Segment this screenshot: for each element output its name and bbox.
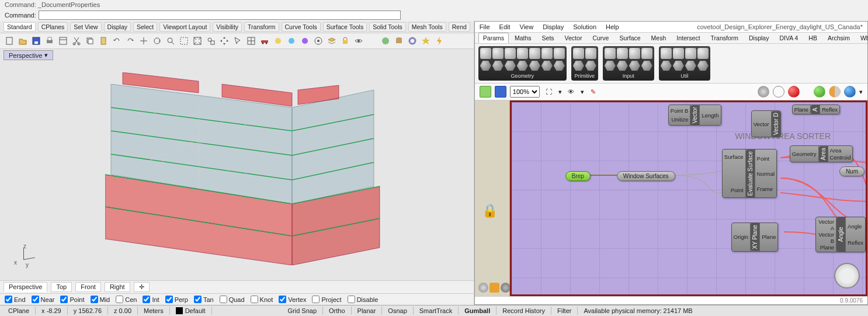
status-toggle-osnap[interactable]: Osnap: [382, 307, 413, 315]
status-toggle-smarttrack[interactable]: SmartTrack: [414, 307, 459, 315]
shelf-component-icon[interactable]: [617, 48, 628, 59]
gh-menu-display[interactable]: Display: [543, 23, 564, 30]
status-y[interactable]: y 1562.76: [68, 307, 108, 315]
node-evaluate-surface[interactable]: SurfacePoint Evaluate Surface PointNorma…: [722, 149, 777, 198]
torus-icon[interactable]: [407, 35, 418, 47]
gh-tab-params[interactable]: Params: [478, 33, 509, 43]
props-icon[interactable]: [57, 35, 69, 47]
shelf-component-icon[interactable]: [629, 60, 640, 71]
shelf-component-icon[interactable]: [492, 48, 504, 59]
node-vector[interactable]: Vector: [690, 105, 699, 125]
panel-gray-icon[interactable]: [501, 283, 511, 293]
node-angle[interactable]: Vector AVector BPlane Angle AngleReflex: [815, 217, 866, 252]
open-icon[interactable]: [480, 86, 491, 98]
undo-icon[interactable]: [111, 35, 123, 47]
osnap-cen[interactable]: Cen: [116, 296, 137, 303]
tab-visibility[interactable]: Visibility: [213, 22, 242, 32]
gh-tab-wb[interactable]: Wb: [856, 33, 868, 43]
viewtab-top[interactable]: Top: [51, 282, 72, 292]
tab-select[interactable]: Select: [133, 22, 157, 32]
shelf-component-icon[interactable]: [697, 60, 709, 71]
tab-curve-tools[interactable]: Curve Tools: [282, 22, 321, 32]
status-toggle-filter[interactable]: Filter: [551, 307, 578, 315]
spot2-icon[interactable]: [286, 35, 297, 47]
osnap-vertex[interactable]: Vertex: [279, 296, 306, 303]
paste-icon[interactable]: [98, 35, 109, 47]
layer-icon[interactable]: [326, 35, 338, 47]
gh-tab-surface[interactable]: Surface: [614, 33, 645, 43]
status-z[interactable]: z 0.00: [108, 307, 138, 315]
save-icon[interactable]: [495, 86, 506, 98]
osnap-tan[interactable]: Tan: [194, 296, 214, 303]
osnap-perp[interactable]: Perp: [165, 296, 188, 303]
zoom-icon[interactable]: [165, 35, 176, 47]
shelf-component-icon[interactable]: [641, 60, 652, 71]
gh-menu-view[interactable]: View: [520, 23, 534, 30]
shelf-component-icon[interactable]: [573, 48, 584, 59]
shelf-component-icon[interactable]: [605, 48, 616, 59]
pan-icon[interactable]: [138, 35, 150, 47]
blue-sphere-icon[interactable]: [844, 86, 856, 98]
status-toggle-record-history[interactable]: Record History: [497, 307, 551, 315]
shelf-component-icon[interactable]: [505, 48, 516, 59]
osnap-point[interactable]: Point: [60, 296, 84, 303]
gh-tab-archsim[interactable]: Archsim: [823, 33, 855, 43]
shelf-component-icon[interactable]: [517, 48, 528, 59]
shelf-component-icon[interactable]: [697, 48, 709, 59]
shelf-component-icon[interactable]: [685, 60, 696, 71]
render-icon[interactable]: [313, 35, 324, 47]
shelf-component-icon[interactable]: [480, 60, 491, 71]
osnap-project[interactable]: Project: [312, 296, 341, 303]
tab-cplanes[interactable]: CPlanes: [38, 22, 68, 32]
redo-icon[interactable]: [124, 35, 136, 47]
node-area[interactable]: Geometry Area AreaCentroid: [790, 145, 853, 162]
panel-circle-icon[interactable]: [478, 283, 488, 293]
osnap-knot[interactable]: Knot: [251, 296, 273, 303]
osnap-mid[interactable]: Mid: [91, 296, 110, 303]
save-icon[interactable]: [30, 35, 42, 47]
cyl-icon[interactable]: [393, 35, 405, 47]
sphere-icon[interactable]: [380, 35, 391, 47]
tab-rend[interactable]: Rend: [449, 22, 470, 32]
move-icon[interactable]: [218, 35, 230, 47]
shelf-component-icon[interactable]: [685, 48, 696, 59]
dropdown-arrow-icon[interactable]: ▾: [558, 88, 562, 96]
shelf-component-icon[interactable]: [661, 48, 672, 59]
zoom-sel-icon[interactable]: [205, 35, 217, 47]
gh-tab-sets[interactable]: Sets: [537, 33, 559, 43]
status-units[interactable]: Meters: [138, 307, 170, 315]
osnap-quad[interactable]: Quad: [220, 296, 245, 303]
rotate-icon[interactable]: [151, 35, 163, 47]
preview-icon[interactable]: 👁: [565, 86, 577, 98]
shelf-component-icon[interactable]: [661, 60, 672, 71]
viewtab-perspective[interactable]: Perspective: [4, 282, 47, 292]
zoom-extents-icon[interactable]: ⛶: [543, 86, 555, 98]
status-toggle-planar[interactable]: Planar: [352, 307, 383, 315]
dropdown-arrow-icon[interactable]: ▾: [859, 88, 863, 96]
shelf-component-icon[interactable]: [492, 60, 504, 71]
node-xy-plane[interactable]: Origin XY Plane Plane: [731, 223, 779, 252]
cut-icon[interactable]: [71, 35, 82, 47]
tab-surface-tools[interactable]: Surface Tools: [323, 22, 367, 32]
shelf-component-icon[interactable]: [641, 48, 652, 59]
shelf-component-icon[interactable]: [529, 60, 540, 71]
zoom-extents-icon[interactable]: [192, 35, 203, 47]
shelf-component-icon[interactable]: [541, 48, 553, 59]
viewport[interactable]: Perspective ▾: [0, 49, 474, 280]
gh-tab-vector[interactable]: Vector: [560, 33, 587, 43]
sketch-icon[interactable]: ✎: [588, 86, 599, 98]
shelf-component-icon[interactable]: [585, 48, 596, 59]
status-x[interactable]: x -8.29: [36, 307, 68, 315]
status-cplane[interactable]: CPlane: [2, 307, 36, 315]
shelf-component-icon[interactable]: [673, 60, 684, 71]
gh-menu-file[interactable]: File: [480, 23, 490, 30]
osnap-int[interactable]: Int: [143, 296, 159, 303]
shelf-component-icon[interactable]: [480, 48, 491, 59]
gh-menu-help[interactable]: Help: [606, 23, 619, 30]
shelf-component-icon[interactable]: [573, 60, 584, 71]
gh-tab-transform[interactable]: Transform: [706, 33, 743, 43]
shelf-component-icon[interactable]: [541, 60, 553, 71]
status-toggle-ortho[interactable]: Ortho: [323, 307, 352, 315]
dropdown-arrow-icon[interactable]: ▾: [581, 88, 584, 96]
red-sphere-icon[interactable]: [788, 86, 800, 98]
